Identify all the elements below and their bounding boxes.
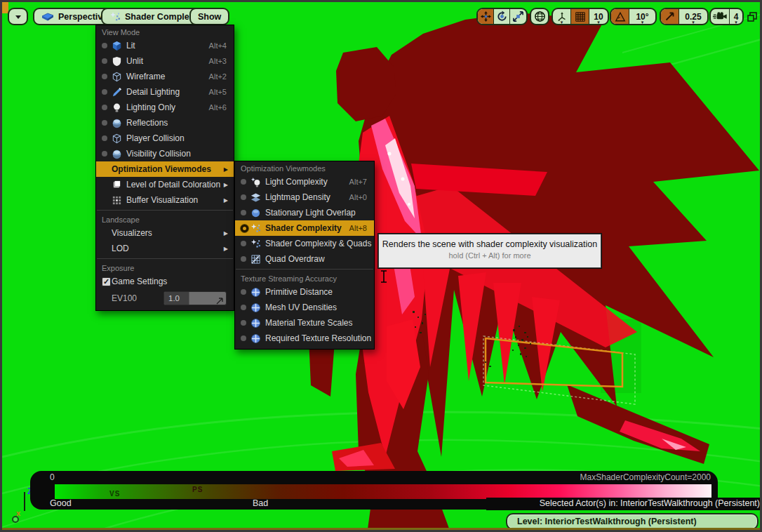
chevron-down-icon [15,12,22,22]
menu-item-light-complexity[interactable]: Light ComplexityAlt+7 [235,174,374,189]
scale-icon [512,11,524,22]
reflections-sphere-icon [112,118,126,128]
menu-item-label: Visibility Collision [126,149,229,159]
menu-item-unlit[interactable]: UnlitAlt+3 [96,53,234,69]
maximize-viewport-button[interactable] [747,11,758,22]
rotation-snap-group: 10° ▾ [610,8,657,25]
scale-tool-button[interactable] [510,9,526,24]
menu-item-primitive-distance[interactable]: Primitive Distance [235,284,374,300]
grid-snap-icon [575,11,586,22]
menu-item-buffer-visualization[interactable]: Buffer Visualization▶ [96,192,234,208]
scale-snap-toggle[interactable] [661,9,679,24]
selected-actors-text: Selected Actor(s) in: InteriorTestWalkth… [540,498,760,508]
streaming-accuracy-icon [250,287,265,298]
complexity-gradient: VS PS [55,484,711,499]
world-coordinate-button[interactable] [531,9,548,24]
menu-item-visibility-collision[interactable]: Visibility Collision [96,146,234,161]
menu-item-reflections[interactable]: Reflections [96,115,234,131]
radio-icon [102,135,107,141]
radio-icon [241,305,246,310]
menu-item-mesh-uv-densities[interactable]: Mesh UV Densities [235,300,374,315]
shader-complexity-sparkle-icon [109,12,121,22]
optimization-viewmodes-submenu: Optimization Viewmodes Light ComplexityA… [234,161,375,350]
radio-icon [241,210,246,215]
window-bottom-edge [2,528,760,530]
tooltip-subtext: hold (Ctrl + Alt) for more [379,251,601,260]
menu-item-label: Optimization Viewmodes [112,164,224,174]
menu-item-material-texture-scales[interactable]: Material Texture Scales [235,315,374,331]
viewport-options-button[interactable] [8,8,28,25]
menu-item-stationary-light-overlap[interactable]: Stationary Light Overlap [235,205,374,220]
streaming-accuracy-icon [250,302,265,313]
menu-item-wireframe[interactable]: WireframeAlt+2 [96,69,234,84]
radio-icon [102,120,107,126]
radio-icon [102,89,107,95]
menu-item-label: Light Complexity [265,177,349,187]
stationary-light-overlap-icon [250,208,265,218]
menu-item-shader-complexity[interactable]: Shader ComplexityAlt+8 [235,220,374,236]
show-button[interactable]: Show [189,8,229,25]
radio-icon [102,151,107,157]
streaming-accuracy-icon [250,318,265,328]
menu-item-shortcut: Alt+0 [349,193,370,201]
view-mode-menu-title: View Mode [96,25,234,38]
camera-speed-button[interactable] [711,9,730,24]
resize-handle-icon [216,295,224,302]
menu-item-optimization-viewmodes[interactable]: Optimization Viewmodes▶ [96,161,234,177]
grid-snap-value-dropdown[interactable]: 10 ▾ [589,9,608,24]
perspective-icon [41,12,54,22]
z-axis-line [24,492,25,511]
menu-item-lighting-only[interactable]: Lighting OnlyAlt+6 [96,100,234,115]
submenu-arrow-icon: ▶ [224,230,229,237]
menu-item-player-collision[interactable]: Player Collision [96,131,234,146]
move-tool-button[interactable] [478,9,494,24]
coordinate-system-group [530,8,549,25]
character-model[interactable] [309,13,759,532]
shader-complexity-sparkle-icon [250,223,265,234]
menu-item-label: Buffer Visualization [126,195,224,205]
menu-item-lit[interactable]: LitAlt+4 [96,38,234,53]
lighting-only-bulb-icon [112,102,126,113]
perspective-label: Perspective [58,12,107,22]
menu-item-level-of-detail-coloration[interactable]: Level of Detail Coloration▶ [96,177,234,192]
menu-item-label: Stationary Light Overlap [265,208,370,218]
submenu-arrow-icon: ▶ [224,166,229,173]
exposure-section-title: Exposure [96,261,234,274]
ev100-spinbox[interactable]: 1.0 [163,291,227,305]
visibility-collision-sphere-icon [112,149,126,159]
lod-coloration-cube-icon [112,180,126,190]
grid-snap-toggle[interactable] [571,9,589,24]
scale-snap-value-dropdown[interactable]: 0.25 ▾ [679,9,707,24]
bad-label: Bad [253,498,268,508]
rotate-tool-button[interactable] [494,9,510,24]
menu-item-game-settings[interactable]: ✓Game Settings [96,274,234,289]
menu-item-shortcut: Alt+4 [209,41,229,50]
rotation-snap-value-dropdown[interactable]: 10° ▾ [629,9,655,24]
radio-icon [102,74,107,79]
menu-item-label: Unlit [126,56,209,66]
menu-item-shader-complexity-quads[interactable]: Shader Complexity & Quads [235,236,374,251]
menu-item-required-texture-resolution[interactable]: Required Texture Resolution [235,331,374,346]
radio-icon [102,58,107,64]
menu-item-label: Primitive Distance [265,287,370,297]
menu-item-lod[interactable]: LOD▶ [96,241,234,256]
menu-item-lightmap-density[interactable]: Lightmap DensityAlt+0 [235,189,374,205]
checkbox-checked-icon[interactable]: ✓ [102,277,111,286]
rotation-snap-toggle[interactable] [611,9,629,24]
menu-item-label: LOD [112,244,224,253]
buffer-visualization-grid-icon [112,195,126,206]
surface-snap-button[interactable]: ▾ [553,9,571,24]
submenu-arrow-icon: ▶ [224,246,229,252]
radio-icon [241,194,246,200]
camera-speed-value-dropdown[interactable]: 4 ▾ [730,9,742,24]
radio-icon [241,241,246,246]
ev100-label: EV100 [112,293,163,303]
radio-icon [241,335,246,341]
optimization-submenu-title: Optimization Viewmodes [235,161,374,174]
menu-item-visualizers[interactable]: Visualizers▶ [96,225,234,241]
menu-item-shortcut: Alt+6 [209,103,229,112]
menu-item-quad-overdraw[interactable]: Quad Overdraw [235,251,374,267]
viewport[interactable]: Perspective Shader Complexity Show ▾ [0,0,762,532]
menu-item-label: Player Collision [126,133,229,143]
menu-item-detail-lighting[interactable]: Detail LightingAlt+5 [96,84,234,100]
